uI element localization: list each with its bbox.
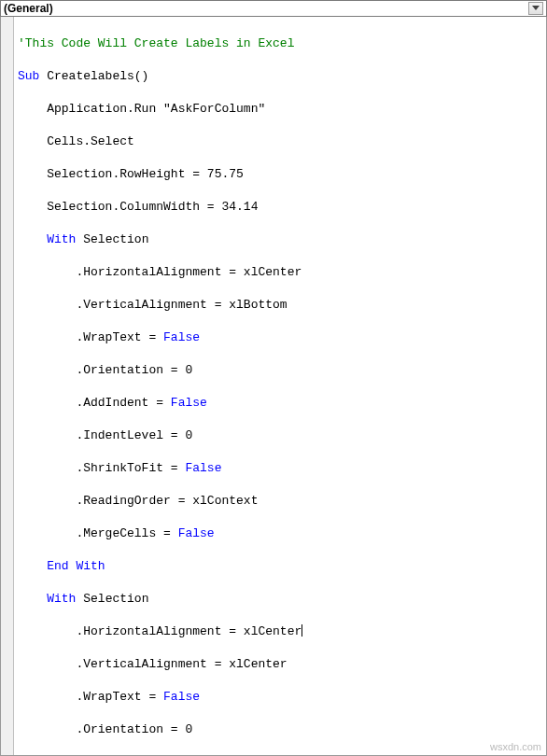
code-text: .HorizontalAlignment = xlCenter	[18, 265, 302, 279]
code-text: Selection.RowHeight = 75.75	[18, 167, 244, 181]
dropdown-value: (General)	[4, 2, 53, 15]
code-text: Selection.ColumnWidth = 34.14	[18, 200, 258, 214]
code-text: Selection	[76, 232, 148, 246]
kw-with: With	[47, 592, 76, 606]
chevron-down-icon[interactable]	[528, 2, 543, 15]
code-indent	[18, 559, 47, 573]
object-dropdown[interactable]: (General)	[0, 0, 547, 17]
kw-false: False	[171, 755, 207, 756]
code-comment: 'This Code Will Create Labels in Excel	[18, 36, 294, 50]
text-cursor	[302, 624, 302, 637]
code-editor[interactable]: 'This Code Will Create Labels in Excel S…	[0, 17, 547, 756]
code-text: .MergeCells =	[18, 526, 178, 540]
kw-false: False	[163, 690, 200, 704]
kw-sub: Sub	[18, 69, 39, 83]
watermark: wsxdn.com	[490, 741, 541, 752]
code-text: .AddIndent =	[18, 396, 171, 410]
code-text: Cells.Select	[18, 134, 134, 148]
code-text: .HorizontalAlignment = xlCenter	[18, 624, 302, 638]
code-text: .ShrinkToFit =	[18, 461, 185, 475]
kw-false: False	[163, 330, 200, 344]
code-indent	[18, 232, 47, 246]
code-string: "AskForColumn"	[163, 102, 265, 116]
code-text: Createlabels()	[39, 69, 148, 83]
code-indent	[18, 592, 47, 606]
code-text: .Orientation = 0	[18, 722, 192, 736]
code-text: .ReadingOrder = xlContext	[18, 494, 258, 508]
kw-with: With	[47, 232, 76, 246]
code-text: .AddIndent =	[18, 755, 171, 756]
code-text: Selection	[76, 592, 148, 606]
kw-false: False	[178, 526, 215, 540]
kw-false: False	[171, 396, 207, 410]
code-text: .VerticalAlignment = xlCenter	[18, 657, 288, 671]
code-text: .IndentLevel = 0	[18, 428, 192, 442]
code-text: .Orientation = 0	[18, 363, 192, 377]
code-area[interactable]: 'This Code Will Create Labels in Excel S…	[14, 17, 546, 755]
editor-gutter	[1, 17, 14, 755]
kw-endwith: End With	[47, 559, 105, 573]
code-text: Application.Run	[18, 102, 163, 116]
code-text: .VerticalAlignment = xlBottom	[18, 298, 288, 312]
code-text: .WrapText =	[18, 330, 163, 344]
code-text: .WrapText =	[18, 690, 163, 704]
kw-false: False	[185, 461, 221, 475]
